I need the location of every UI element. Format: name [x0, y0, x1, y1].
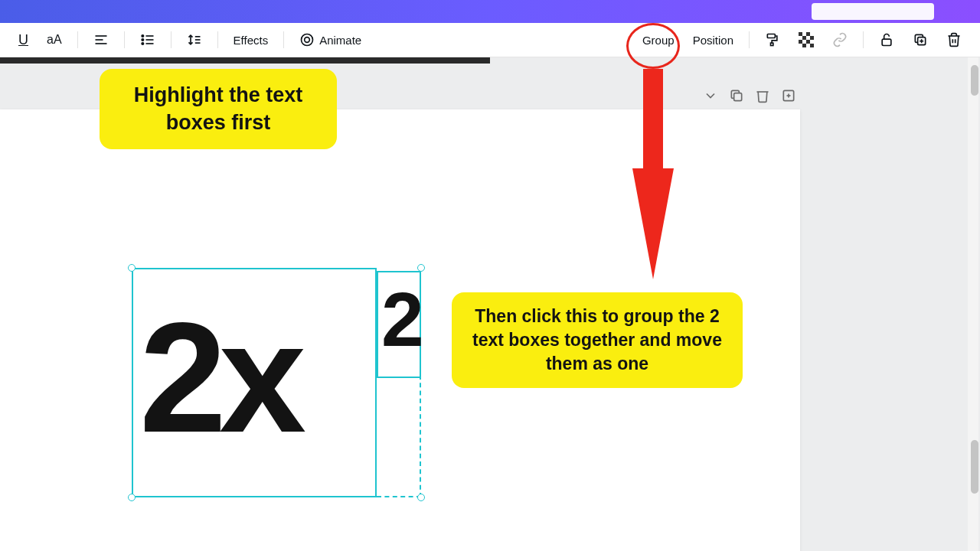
page-controls: [703, 88, 796, 103]
divider: [124, 31, 125, 48]
text-case-button[interactable]: aA: [41, 28, 68, 51]
duplicate-page-icon[interactable]: [729, 88, 744, 103]
svg-rect-23: [802, 44, 806, 47]
link-icon: [832, 32, 848, 47]
transparency-icon: [799, 32, 814, 47]
svg-rect-22: [806, 40, 810, 44]
effects-button[interactable]: Effects: [227, 29, 275, 51]
copy-style-button[interactable]: [759, 28, 786, 52]
selection-bounds-dashed: [377, 375, 421, 497]
duplicate-button[interactable]: [906, 28, 934, 52]
svg-rect-20: [810, 36, 814, 40]
prev-page-edge: [0, 57, 490, 64]
resize-handle[interactable]: [417, 494, 425, 501]
align-left-icon: [93, 32, 109, 47]
unlock-icon: [879, 32, 894, 47]
animate-button[interactable]: Animate: [293, 28, 368, 52]
annotation-arrow: [626, 69, 680, 283]
transparency-button[interactable]: [792, 28, 820, 52]
svg-marker-33: [632, 69, 674, 279]
delete-page-icon[interactable]: [755, 88, 770, 103]
svg-point-5: [142, 43, 144, 45]
divider: [77, 31, 78, 48]
svg-point-4: [142, 39, 144, 41]
svg-rect-21: [799, 40, 802, 44]
lock-button[interactable]: [873, 28, 900, 52]
svg-rect-16: [771, 43, 773, 45]
divider: [283, 31, 284, 48]
copy-icon: [913, 32, 928, 47]
add-page-icon[interactable]: [781, 88, 796, 103]
delete-button[interactable]: [940, 28, 968, 52]
svg-rect-29: [734, 93, 742, 101]
trash-icon: [946, 32, 962, 47]
resize-handle[interactable]: [128, 494, 136, 501]
position-button[interactable]: Position: [687, 29, 740, 51]
bullet-list-icon: [140, 32, 155, 47]
svg-point-14: [305, 37, 310, 43]
annotation-callout-1: Highlight the text boxes first: [100, 69, 337, 149]
svg-rect-19: [802, 36, 806, 40]
link-button[interactable]: [826, 28, 854, 52]
list-button[interactable]: [134, 28, 162, 52]
upgrade-button[interactable]: [812, 3, 934, 20]
superscript-text-content[interactable]: 2: [381, 276, 424, 364]
underline-button[interactable]: U: [12, 28, 34, 53]
app-header-strip: [0, 0, 980, 23]
svg-rect-24: [810, 44, 814, 47]
paint-roller-icon: [765, 32, 780, 47]
svg-rect-17: [799, 32, 802, 36]
svg-point-13: [302, 34, 313, 46]
divider: [863, 31, 864, 48]
spacing-button[interactable]: [181, 28, 208, 52]
chevron-down-icon[interactable]: [703, 88, 718, 103]
svg-rect-25: [882, 39, 891, 45]
scroll-thumb[interactable]: [971, 440, 978, 494]
svg-rect-18: [806, 32, 810, 36]
divider: [171, 31, 172, 48]
selection-group[interactable]: 2x 2: [132, 268, 423, 505]
resize-handle[interactable]: [128, 264, 136, 272]
main-text-content[interactable]: 2x: [139, 298, 299, 455]
divider: [217, 31, 218, 48]
svg-point-3: [142, 35, 144, 37]
line-spacing-icon: [187, 32, 202, 47]
text-toolbar: U aA Effects Animate Group Position: [0, 23, 980, 57]
annotation-callout-2: Then click this to group the 2 text boxe…: [452, 292, 743, 388]
divider: [749, 31, 750, 48]
animate-icon: [299, 32, 315, 47]
align-button[interactable]: [87, 28, 115, 52]
svg-rect-15: [767, 34, 775, 38]
scroll-thumb[interactable]: [971, 65, 978, 96]
resize-handle[interactable]: [417, 264, 425, 272]
annotation-circle: [626, 23, 680, 69]
